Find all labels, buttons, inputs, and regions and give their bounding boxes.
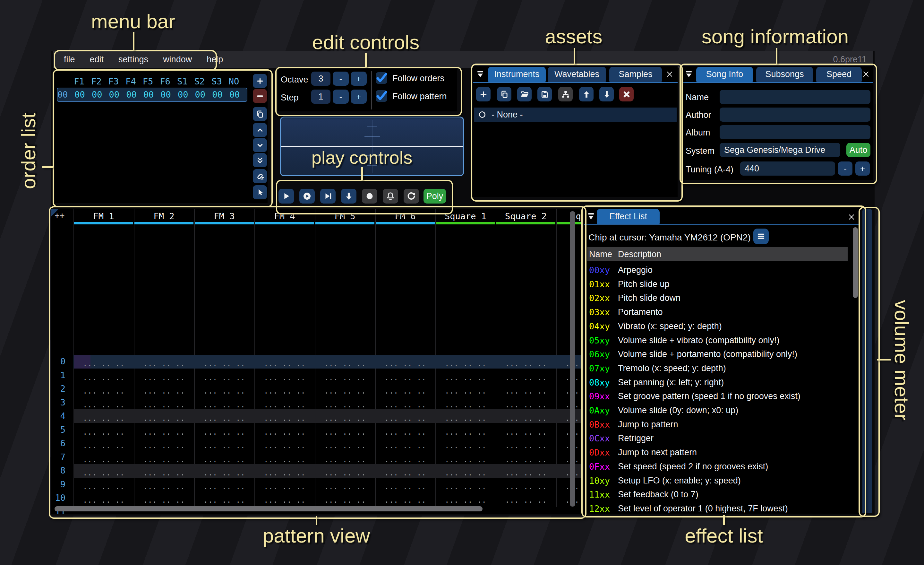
pattern-cell[interactable]: ... .. .. .... <box>375 437 435 451</box>
tab-subsongs[interactable]: Subsongs <box>756 67 813 82</box>
effect-code[interactable]: 11xx <box>589 488 610 502</box>
tab-wavetables[interactable]: Wavetables <box>548 67 606 82</box>
pattern-cell[interactable]: ... .. .. .... <box>315 396 375 410</box>
vertical-scrollbar[interactable] <box>570 211 575 506</box>
close-icon[interactable] <box>861 70 870 79</box>
order-cell[interactable]: 00 <box>230 90 240 99</box>
poly-button[interactable]: Poly <box>423 189 446 204</box>
pattern-cell[interactable]: ... .. .. .... <box>134 478 194 491</box>
step-minus-button[interactable]: - <box>333 90 349 104</box>
system-select[interactable]: Sega Genesis/Mega Drive <box>720 143 840 157</box>
toggle-folders-button[interactable] <box>558 87 573 101</box>
play-from-cursor-button[interactable] <box>320 189 336 204</box>
add-button[interactable] <box>476 87 490 101</box>
pattern-cell[interactable]: ... .. .. .... <box>496 451 556 464</box>
step-plus-button[interactable]: + <box>351 90 367 104</box>
pattern-cell[interactable]: ... .. .. .... <box>435 368 496 382</box>
window-menu-button[interactable] <box>586 212 596 221</box>
pattern-cell[interactable]: ... .. .. .... <box>556 437 581 451</box>
pattern-cell[interactable]: ... .. .. .... <box>556 505 581 515</box>
pattern-cell[interactable]: ... .. .. .... <box>496 382 556 396</box>
pattern-cell[interactable]: ... .. .. .... <box>134 368 194 382</box>
channel-header-fm-3[interactable]: FM 3 <box>214 211 234 221</box>
order-cell[interactable]: 00 <box>126 90 136 99</box>
pattern-cell[interactable]: ... .. .. .... <box>315 464 375 478</box>
pattern-corner-expand[interactable]: ++ <box>54 210 64 220</box>
pattern-cell[interactable]: ... .. .. .... <box>194 464 254 478</box>
pattern-cell[interactable]: ... .. .. .... <box>74 368 134 382</box>
pattern-cell[interactable]: ... .. .. .... <box>254 478 315 491</box>
pattern-cell[interactable]: ... .. .. .... <box>254 451 315 464</box>
pattern-cell[interactable]: ... .. .. .... <box>254 409 315 423</box>
pattern-cell[interactable]: ... .. .. .... <box>496 409 556 423</box>
pattern-cell[interactable]: ... .. .. .... <box>315 478 375 491</box>
pattern-cell[interactable]: ... .. .. .... <box>496 491 556 505</box>
channel-header-fm-1[interactable]: FM 1 <box>93 211 114 221</box>
pattern-cell[interactable]: ... .. .. .... <box>496 368 556 382</box>
effect-code[interactable]: 08xy <box>589 376 610 390</box>
effect-code[interactable]: 04xy <box>589 319 610 334</box>
order-cell[interactable]: 00 <box>92 90 102 99</box>
horizontal-scrollbar[interactable] <box>54 506 483 511</box>
play-button[interactable] <box>279 189 294 204</box>
pattern-cell[interactable]: ... .. .. .... <box>254 423 315 437</box>
menu-item-window[interactable]: window <box>163 54 192 65</box>
pattern-cell[interactable]: ... .. .. .... <box>496 464 556 478</box>
pattern-cell[interactable]: ... .. .. .... <box>315 409 375 423</box>
pattern-cell[interactable]: ... .. .. .... <box>315 451 375 464</box>
pattern-cell[interactable]: ... .. .. .... <box>74 396 134 410</box>
pattern-cell[interactable]: ... .. .. .... <box>134 464 194 478</box>
pattern-cell[interactable]: ... .. .. .... <box>435 409 496 423</box>
pattern-cell[interactable]: ... .. .. .... <box>375 451 435 464</box>
pattern-cell[interactable]: ... .. .. .... <box>556 382 581 396</box>
pattern-cell[interactable]: ... .. .. .... <box>74 491 134 505</box>
pattern-cell[interactable]: ... .. .. .... <box>556 368 581 382</box>
pattern-cell[interactable]: ... .. .. .... <box>194 491 254 505</box>
pattern-cell[interactable]: ... .. .. .... <box>254 491 315 505</box>
pattern-cell[interactable]: ... .. .. .... <box>74 355 134 368</box>
window-menu-button[interactable] <box>684 70 693 79</box>
pattern-cell[interactable]: ... .. .. .... <box>315 368 375 382</box>
octave-plus-button[interactable]: + <box>351 72 367 86</box>
pattern-cell[interactable]: ... .. .. .... <box>435 451 496 464</box>
pattern-cell[interactable]: ... .. .. .... <box>556 478 581 491</box>
pattern-cell[interactable]: ... .. .. .... <box>496 505 556 515</box>
pattern-cell[interactable]: ... .. .. .... <box>254 355 315 368</box>
move-up-button[interactable] <box>579 87 594 101</box>
effect-code[interactable]: 0Cxx <box>589 431 610 446</box>
pattern-cell[interactable]: ... .. .. .... <box>435 478 496 491</box>
octave-value[interactable]: 3 <box>311 72 330 86</box>
pattern-cell[interactable]: ... .. .. .... <box>74 382 134 396</box>
effect-code[interactable]: 0Axy <box>589 404 610 418</box>
pattern-cell[interactable]: ... .. .. .... <box>375 409 435 423</box>
close-icon[interactable] <box>665 70 674 79</box>
pattern-cell[interactable]: ... .. .. .... <box>134 409 194 423</box>
pattern-cell[interactable]: ... .. .. .... <box>375 423 435 437</box>
pattern-cell[interactable]: ... .. .. .... <box>74 464 134 478</box>
pattern-cell[interactable]: ... .. .. .... <box>556 409 581 423</box>
order-cell[interactable]: 00 <box>109 90 120 99</box>
channel-header-square-2[interactable]: Square 2 <box>505 211 547 221</box>
pattern-cell[interactable]: ... .. .. .... <box>556 396 581 410</box>
order-change-mode-button[interactable] <box>253 185 267 199</box>
pattern-cell[interactable]: ... .. .. .... <box>375 396 435 410</box>
order-cell[interactable]: 00 <box>74 90 85 99</box>
move-down-button[interactable] <box>253 138 267 152</box>
pattern-cell[interactable]: ... .. .. .... <box>194 368 254 382</box>
open-button[interactable] <box>517 87 532 101</box>
pattern-cell[interactable]: ... .. .. .... <box>194 409 254 423</box>
effect-code[interactable]: 05xy <box>589 334 610 348</box>
pattern-cell[interactable]: ... .. .. .... <box>556 464 581 478</box>
tuning-minus-button[interactable]: - <box>838 161 852 176</box>
pattern-cell[interactable]: ... .. .. .... <box>435 464 496 478</box>
pattern-cell[interactable]: ... .. .. .... <box>194 437 254 451</box>
pattern-cell[interactable]: ... .. .. .... <box>435 355 496 368</box>
pattern-cell[interactable]: ... .. .. .... <box>556 355 581 368</box>
pattern-cell[interactable]: ... .. .. .... <box>134 396 194 410</box>
repeat-pattern-button[interactable] <box>404 189 419 204</box>
pattern-cell[interactable]: ... .. .. .... <box>496 355 556 368</box>
pattern-cell[interactable]: ... .. .. .... <box>315 437 375 451</box>
checkbox-follow-pattern[interactable] <box>376 90 387 102</box>
close-icon[interactable] <box>847 212 856 221</box>
pattern-cell[interactable]: ... .. .. .... <box>375 355 435 368</box>
